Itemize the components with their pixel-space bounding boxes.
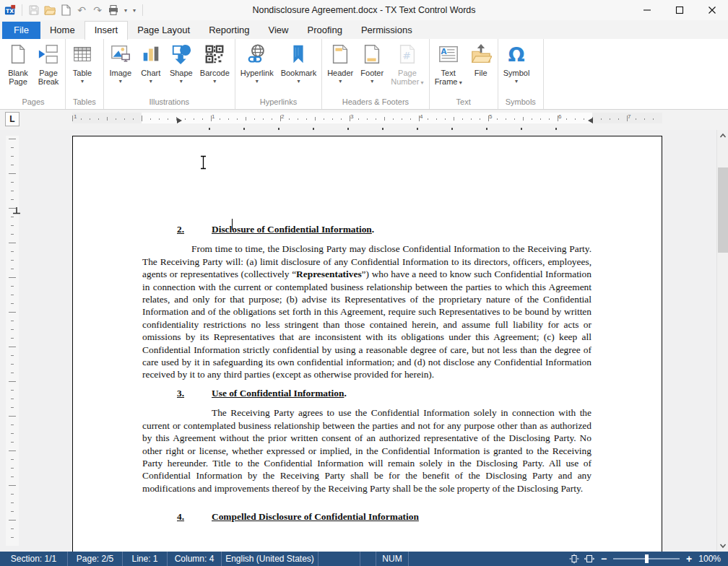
print-icon[interactable] (107, 4, 120, 17)
zoom-out-button[interactable]: − (599, 554, 608, 564)
bookmark-icon (287, 43, 310, 66)
document-text[interactable]: 2.Disclosure of Confidential Information… (73, 136, 662, 552)
shape-button[interactable]: Shape▾ (166, 40, 196, 95)
page-break-button[interactable]: PageBreak (33, 40, 64, 95)
svg-text:Ω: Ω (508, 43, 524, 65)
section-number: 4. (177, 510, 184, 523)
chart-dropdown-arrow[interactable]: ▾ (150, 79, 152, 84)
ribbon-group-tables: Table▾Tables (66, 39, 104, 109)
redo-icon[interactable]: ↷ (91, 4, 104, 17)
vertical-scrollbar[interactable] (716, 130, 728, 552)
zoom-slider-thumb[interactable] (645, 554, 649, 563)
tab-reporting[interactable]: Reporting (199, 22, 259, 39)
file-button[interactable]: File (466, 40, 496, 95)
svg-text:A: A (441, 47, 446, 56)
text-frame-dropdown-arrow[interactable]: ▾ (457, 79, 462, 86)
status-page: Page: 2/5 (68, 552, 123, 566)
toolbar-separator (142, 4, 143, 16)
footer-button[interactable]: Footer▾ (357, 40, 387, 95)
blank-page-button[interactable]: BlankPage (3, 40, 33, 95)
bookmark-label: Bookmark (281, 69, 317, 77)
section-heading-text: Compelled Disclosure of Confidential Inf… (212, 511, 419, 522)
ribbon-group-label: Hyperlinks (237, 96, 320, 109)
section-heading-text: Disclosure of Confidential Information (212, 224, 372, 235)
page-number-icon: # (396, 43, 419, 66)
toolbar-options-dropdown-arrow[interactable]: ▾ (131, 7, 137, 14)
barcode-button[interactable]: Barcode▾ (196, 40, 233, 95)
undo-icon[interactable]: ↶ (75, 4, 88, 17)
chart-button[interactable]: Chart▾ (136, 40, 166, 95)
svg-text:TX: TX (6, 8, 14, 14)
tx-logo-icon: TX (4, 4, 17, 17)
table-button[interactable]: Table▾ (67, 40, 98, 95)
header-dropdown-arrow[interactable]: ▾ (339, 79, 342, 84)
tab-alignment-selector[interactable]: L (5, 112, 20, 126)
close-button[interactable] (696, 0, 728, 20)
status-language: English (United States) (222, 552, 318, 566)
barcode-dropdown-arrow[interactable]: ▾ (213, 79, 216, 84)
bookmark-dropdown-arrow[interactable]: ▾ (297, 79, 300, 84)
section-heading-text: Use of Confidential Information (212, 388, 344, 399)
page-number-dropdown-arrow[interactable]: ▾ (419, 79, 423, 86)
horizontal-ruler[interactable]: 11234567 (72, 113, 662, 123)
minimize-button[interactable] (630, 0, 663, 20)
footer-dropdown-arrow[interactable]: ▾ (370, 79, 373, 84)
vertical-ruler[interactable] (6, 136, 19, 546)
tab-proofing[interactable]: Proofing (298, 22, 352, 39)
tab-insert[interactable]: Insert (84, 21, 129, 40)
zoom-in-button[interactable]: + (685, 554, 693, 564)
first-line-indent-marker[interactable] (177, 118, 182, 123)
maximize-button[interactable] (663, 0, 696, 20)
ruler-row: L 11234567 (0, 110, 728, 130)
table-dropdown-arrow[interactable]: ▾ (81, 79, 84, 84)
hyperlink-icon (246, 43, 269, 66)
fit-width-icon[interactable] (584, 554, 594, 564)
tab-home[interactable]: Home (40, 22, 84, 39)
right-indent-marker[interactable] (588, 118, 593, 123)
tab-view[interactable]: View (259, 22, 298, 39)
tab-permissions[interactable]: Permissions (352, 22, 422, 39)
text-frame-button[interactable]: ATextFrame ▾ (431, 40, 466, 95)
tab-file[interactable]: File (2, 22, 40, 39)
document-paragraph: From time to time, the Disclosing Party … (142, 243, 592, 380)
ruler-number: 1 (74, 113, 77, 120)
ruler-number: 7 (628, 113, 630, 120)
open-icon[interactable] (43, 4, 56, 17)
ribbon-group-label: Headers & Footers (324, 96, 427, 109)
ribbon-tab-bar: FileHomeInsertPage LayoutReportingViewPr… (0, 20, 728, 39)
blank-page-icon (6, 43, 30, 66)
symbol-dropdown-arrow[interactable]: ▾ (515, 79, 518, 84)
header-label: Header (327, 69, 353, 77)
image-dropdown-arrow[interactable]: ▾ (119, 79, 122, 84)
document-section: 4.Compelled Disclosure of Confidential I… (142, 510, 592, 523)
text-frame-icon: A (437, 43, 460, 66)
status-num: NUM (376, 552, 409, 566)
hyperlink-dropdown-arrow[interactable]: ▾ (256, 79, 259, 84)
header-button[interactable]: Header▾ (324, 40, 357, 95)
scroll-up-arrow[interactable] (717, 130, 728, 142)
ribbon-group-label: Symbols (500, 96, 542, 109)
ribbon-group-label: Text (431, 96, 496, 109)
ruler-number: 6 (558, 113, 561, 120)
scroll-down-arrow[interactable] (717, 540, 728, 552)
scrollbar-thumb[interactable] (718, 167, 728, 253)
image-icon (109, 43, 132, 66)
image-button[interactable]: Image▾ (105, 40, 136, 95)
file-label: File (474, 69, 488, 77)
page-number-button[interactable]: #PageNumber ▾ (387, 40, 427, 95)
hyperlink-button[interactable]: Hyperlink▾ (237, 40, 277, 95)
save-icon[interactable] (27, 4, 40, 17)
header-icon (329, 43, 352, 66)
shape-dropdown-arrow[interactable]: ▾ (180, 79, 183, 84)
tab-page-layout[interactable]: Page Layout (128, 22, 199, 39)
new-document-icon[interactable] (59, 4, 72, 17)
zoom-slider[interactable] (613, 558, 680, 560)
ibeam-mouse-cursor (199, 155, 207, 173)
symbol-button[interactable]: ΩSymbol▾ (500, 40, 534, 95)
ribbon: BlankPagePageBreakPagesTable▾TablesImage… (0, 39, 728, 110)
image-label: Image (110, 69, 132, 77)
print-dropdown-arrow[interactable]: ▾ (123, 7, 129, 14)
fit-window-icon[interactable] (569, 554, 579, 564)
bookmark-button[interactable]: Bookmark▾ (277, 40, 321, 95)
top-margin-marker[interactable] (12, 205, 21, 218)
